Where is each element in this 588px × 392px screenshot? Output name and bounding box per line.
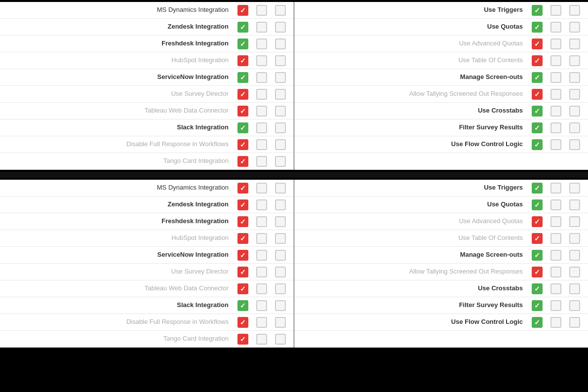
check-col3-1[interactable] <box>565 199 584 210</box>
check-col3-0[interactable] <box>271 183 290 194</box>
check-col3-8[interactable] <box>271 317 290 328</box>
check-col1-1[interactable] <box>528 199 547 210</box>
check-col3-7[interactable] <box>565 122 584 133</box>
check-col3-4[interactable] <box>271 72 290 83</box>
check-col1-3[interactable] <box>234 55 252 66</box>
check-col2-2[interactable] <box>252 216 271 227</box>
check-col3-9[interactable] <box>271 334 290 345</box>
check-col1-5[interactable] <box>234 267 252 277</box>
check-col3-0[interactable] <box>271 5 290 16</box>
check-col1-7[interactable] <box>528 122 547 133</box>
check-col1-6[interactable] <box>528 283 547 294</box>
check-col3-8[interactable] <box>565 317 584 328</box>
check-col2-6[interactable] <box>547 106 565 117</box>
check-col3-5[interactable] <box>271 89 290 100</box>
check-col3-5[interactable] <box>565 89 584 100</box>
check-col2-1[interactable] <box>252 22 271 33</box>
check-col1-8[interactable] <box>528 317 547 328</box>
check-col1-4[interactable] <box>234 72 252 83</box>
check-col1-4[interactable] <box>234 250 252 261</box>
check-col2-4[interactable] <box>547 250 565 261</box>
check-col2-6[interactable] <box>547 283 565 294</box>
check-col3-8[interactable] <box>271 139 290 150</box>
check-col2-8[interactable] <box>252 139 271 150</box>
check-col3-2[interactable] <box>565 39 584 49</box>
check-col1-2[interactable] <box>528 216 547 227</box>
check-col2-2[interactable] <box>547 39 565 49</box>
check-col2-7[interactable] <box>547 122 565 133</box>
check-col2-5[interactable] <box>547 89 565 100</box>
check-col2-6[interactable] <box>252 106 271 117</box>
check-col1-5[interactable] <box>528 89 547 100</box>
check-col3-2[interactable] <box>565 216 584 227</box>
check-col2-5[interactable] <box>252 89 271 100</box>
check-col1-5[interactable] <box>234 89 252 100</box>
check-col2-3[interactable] <box>547 55 565 66</box>
check-col3-1[interactable] <box>565 22 584 33</box>
check-col3-6[interactable] <box>271 106 290 117</box>
check-col2-6[interactable] <box>252 283 271 294</box>
check-col2-1[interactable] <box>252 199 271 210</box>
check-col2-7[interactable] <box>252 300 271 311</box>
check-col2-7[interactable] <box>252 122 271 133</box>
check-col1-9[interactable] <box>234 334 252 345</box>
check-col1-6[interactable] <box>528 106 547 117</box>
check-col2-9[interactable] <box>252 334 271 345</box>
check-col1-0[interactable] <box>528 5 547 16</box>
check-col1-7[interactable] <box>234 300 252 311</box>
check-col1-8[interactable] <box>234 317 252 328</box>
check-col3-3[interactable] <box>271 55 290 66</box>
check-col2-4[interactable] <box>547 72 565 83</box>
check-col1-4[interactable] <box>528 250 547 261</box>
check-col2-8[interactable] <box>547 317 565 328</box>
check-col3-7[interactable] <box>271 300 290 311</box>
check-col1-9[interactable] <box>234 156 252 167</box>
check-col3-8[interactable] <box>565 139 584 150</box>
check-col3-7[interactable] <box>271 122 290 133</box>
check-col3-6[interactable] <box>565 106 584 117</box>
check-col3-5[interactable] <box>271 267 290 277</box>
check-col1-0[interactable] <box>234 183 252 194</box>
check-col2-4[interactable] <box>252 250 271 261</box>
check-col2-8[interactable] <box>547 139 565 150</box>
check-col3-4[interactable] <box>565 250 584 261</box>
check-col1-1[interactable] <box>234 22 252 33</box>
check-col1-7[interactable] <box>234 122 252 133</box>
check-col1-1[interactable] <box>528 22 547 33</box>
check-col2-0[interactable] <box>252 183 271 194</box>
check-col1-5[interactable] <box>528 267 547 277</box>
check-col2-8[interactable] <box>252 317 271 328</box>
check-col2-2[interactable] <box>252 39 271 49</box>
check-col3-9[interactable] <box>271 156 290 167</box>
check-col3-3[interactable] <box>565 55 584 66</box>
check-col2-3[interactable] <box>547 233 565 244</box>
check-col3-4[interactable] <box>565 72 584 83</box>
check-col3-0[interactable] <box>565 183 584 194</box>
check-col1-8[interactable] <box>234 139 252 150</box>
check-col2-2[interactable] <box>547 216 565 227</box>
check-col1-6[interactable] <box>234 106 252 117</box>
check-col1-2[interactable] <box>234 216 252 227</box>
check-col2-0[interactable] <box>252 5 271 16</box>
check-col2-0[interactable] <box>547 5 565 16</box>
check-col3-1[interactable] <box>271 199 290 210</box>
check-col1-3[interactable] <box>234 233 252 244</box>
check-col1-8[interactable] <box>528 139 547 150</box>
check-col2-5[interactable] <box>252 267 271 277</box>
check-col2-3[interactable] <box>252 55 271 66</box>
check-col3-4[interactable] <box>271 250 290 261</box>
check-col3-1[interactable] <box>271 22 290 33</box>
check-col2-0[interactable] <box>547 183 565 194</box>
check-col3-7[interactable] <box>565 300 584 311</box>
check-col2-9[interactable] <box>252 156 271 167</box>
check-col1-0[interactable] <box>234 5 252 16</box>
check-col1-6[interactable] <box>234 283 252 294</box>
check-col1-4[interactable] <box>528 72 547 83</box>
check-col2-3[interactable] <box>252 233 271 244</box>
check-col3-2[interactable] <box>271 216 290 227</box>
check-col1-3[interactable] <box>528 55 547 66</box>
check-col2-5[interactable] <box>547 267 565 277</box>
check-col2-4[interactable] <box>252 72 271 83</box>
check-col2-1[interactable] <box>547 199 565 210</box>
check-col1-1[interactable] <box>234 199 252 210</box>
